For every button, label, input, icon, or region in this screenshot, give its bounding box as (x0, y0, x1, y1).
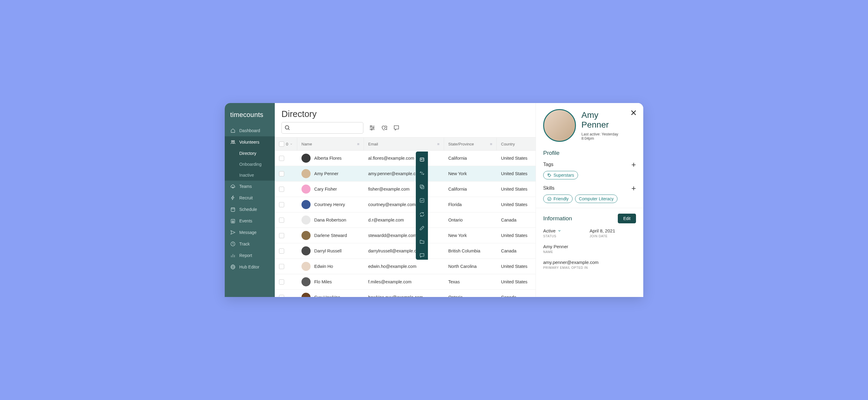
id-card-icon[interactable] (418, 155, 426, 164)
table-row[interactable]: Flo Milesf.miles@example.comTexasUnited … (275, 274, 536, 290)
table-row[interactable]: Darryl Russelldarrylrussell@example.comB… (275, 243, 536, 259)
nav-message[interactable]: Message (225, 227, 275, 238)
close-button[interactable] (630, 109, 637, 116)
row-checkbox[interactable] (279, 279, 284, 285)
svg-point-21 (371, 129, 372, 130)
filter-icon[interactable] (369, 125, 375, 131)
select-all-checkbox[interactable] (279, 141, 284, 147)
nav-events[interactable]: Events (225, 215, 275, 227)
avatar (302, 200, 311, 209)
nav-schedule[interactable]: Schedule (225, 204, 275, 215)
table-row[interactable]: Darlene Stewardstewardd@example.comNew Y… (275, 228, 536, 243)
edit-icon[interactable] (418, 224, 426, 232)
subnav-directory[interactable]: Directory (225, 148, 275, 159)
table-row[interactable]: Guy Hawkinshawkins.guy@example.comOntari… (275, 290, 536, 297)
tag-chip[interactable]: Superstars (543, 171, 578, 179)
svg-rect-29 (420, 185, 423, 188)
table-row[interactable]: Alberta Floresal.flores@example.comCalif… (275, 151, 536, 166)
comment-icon[interactable] (393, 125, 400, 131)
chat-icon[interactable] (418, 251, 426, 260)
avatar (302, 185, 311, 194)
table-row[interactable]: Dana Robertsond.r@example.comOntarioCana… (275, 212, 536, 228)
avatar (302, 262, 311, 271)
subnav-inactive[interactable]: Inactive (225, 170, 275, 180)
nav-dashboard[interactable]: Dashboard (225, 125, 275, 136)
row-checkbox[interactable] (279, 218, 284, 223)
avatar (302, 293, 311, 297)
svg-point-20 (373, 127, 374, 129)
svg-rect-30 (420, 199, 424, 203)
svg-rect-28 (421, 186, 424, 189)
home-icon (230, 128, 236, 133)
avatar (302, 231, 311, 240)
row-checkbox[interactable] (279, 295, 284, 297)
nav-list: DashboardVolunteersDirectoryOnboardingIn… (225, 125, 275, 273)
folder-icon[interactable] (418, 237, 426, 246)
svg-line-23 (386, 129, 387, 130)
avatar (302, 246, 311, 256)
row-checkbox[interactable] (279, 171, 284, 176)
refresh-icon[interactable] (418, 210, 426, 219)
table-row[interactable]: Edwin Hoedwin.ho@example.comNorth Caroli… (275, 259, 536, 274)
profile-avatar (543, 109, 576, 142)
svg-point-1 (233, 141, 235, 142)
svg-point-14 (285, 126, 289, 129)
subnav-onboarding[interactable]: Onboarding (225, 159, 275, 170)
search-input[interactable] (281, 122, 363, 134)
nav-hub-editor[interactable]: Hub Editor (225, 261, 275, 273)
send-icon (230, 230, 236, 235)
clock-icon (230, 241, 236, 247)
avatar (302, 277, 311, 286)
edit-button[interactable]: Edit (618, 213, 636, 223)
toolbar (275, 122, 536, 137)
nav-teams[interactable]: Teams (225, 180, 275, 192)
svg-point-22 (384, 127, 387, 129)
detail-rail (416, 152, 428, 260)
check-sq-icon[interactable] (418, 196, 426, 205)
sidebar: timecounts DashboardVolunteersDirectoryO… (225, 103, 275, 297)
search-icon (284, 125, 290, 131)
brand-logo: timecounts (225, 108, 275, 125)
swap-icon[interactable] (418, 169, 426, 177)
row-checkbox[interactable] (279, 233, 284, 238)
sort-icon[interactable]: ≡ (490, 142, 492, 146)
table-header: 0 Name≡ Email≡ State/Province≡ Country (275, 137, 536, 151)
skill-chip[interactable]: Friendly (543, 195, 572, 203)
nav-recruit[interactable]: Recruit (225, 192, 275, 204)
copy-icon[interactable] (418, 182, 426, 191)
tag-search-icon[interactable] (381, 125, 388, 131)
row-checkbox[interactable] (279, 202, 284, 207)
row-checkbox[interactable] (279, 187, 284, 192)
table-row[interactable]: Cary Fisherfisher@example.comCaliforniaU… (275, 181, 536, 197)
row-checkbox[interactable] (279, 156, 284, 161)
status-value[interactable]: Active (543, 228, 590, 233)
bolt-icon (230, 195, 236, 201)
chevron-down-icon[interactable] (290, 142, 293, 146)
sort-icon[interactable]: ≡ (357, 142, 360, 146)
svg-point-19 (371, 126, 372, 127)
add-tag-button[interactable]: + (631, 161, 636, 168)
app-window: timecounts DashboardVolunteersDirectoryO… (225, 103, 643, 297)
table-row[interactable]: Courtney Henrycourtney@example.comFlorid… (275, 197, 536, 212)
avatar (302, 215, 311, 225)
table-body: Alberta Floresal.flores@example.comCalif… (275, 151, 536, 297)
row-checkbox[interactable] (279, 248, 284, 254)
skill-chip[interactable]: Computer Literacy (575, 195, 618, 203)
sort-icon[interactable]: ≡ (437, 142, 439, 146)
nav-report[interactable]: Report (225, 250, 275, 261)
nav-volunteers[interactable]: Volunteers (225, 136, 275, 148)
svg-point-25 (421, 159, 422, 160)
table-row[interactable]: Amy Penneramy.penner@example.comNew York… (275, 166, 536, 181)
svg-rect-2 (231, 208, 235, 211)
chevron-down-icon (557, 229, 561, 233)
col-select: 0 (275, 138, 297, 150)
svg-line-15 (288, 129, 290, 130)
calendar-icon (230, 207, 236, 212)
nav-track[interactable]: Track (225, 238, 275, 250)
detail-panel: AmyPenner Last active: Yesterday 8:04pm … (536, 103, 643, 297)
cloud-icon (230, 184, 236, 189)
avatar (302, 154, 311, 163)
add-skill-button[interactable]: + (631, 184, 636, 192)
svg-point-34 (548, 197, 551, 200)
row-checkbox[interactable] (279, 264, 284, 269)
